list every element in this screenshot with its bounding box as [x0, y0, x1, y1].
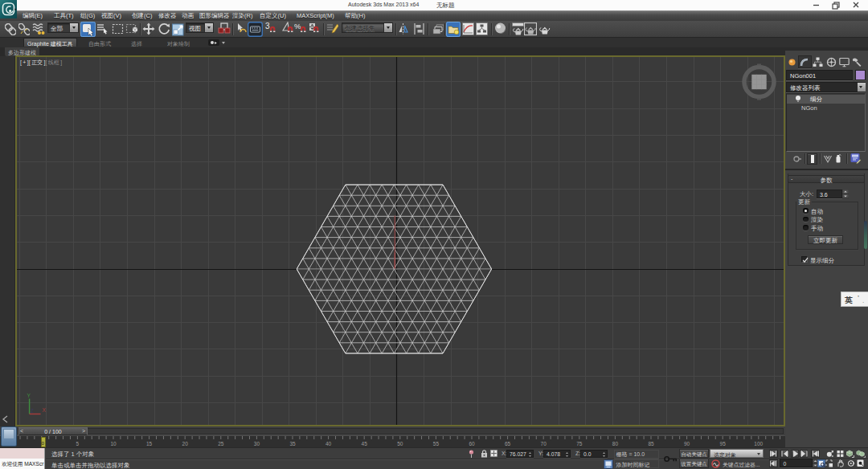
svg-text:%: % [294, 22, 301, 31]
svg-text:Y: Y [27, 393, 31, 398]
svg-text:3: 3 [265, 22, 270, 31]
svg-text:X: X [43, 407, 47, 413]
svg-text:Z: Z [31, 408, 34, 414]
